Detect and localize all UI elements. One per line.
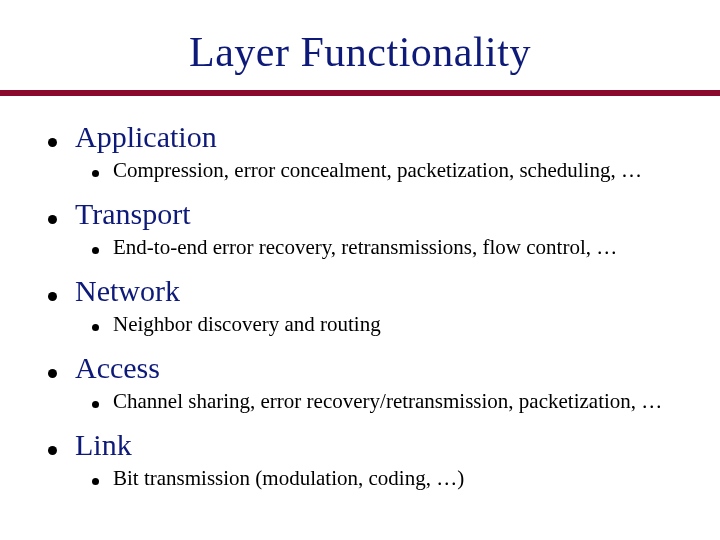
layer-desc: Neighbor discovery and routing bbox=[113, 312, 381, 337]
bullet-icon bbox=[48, 138, 57, 147]
layer-name: Application bbox=[75, 120, 217, 154]
bullet-icon bbox=[48, 369, 57, 378]
title-rule bbox=[0, 90, 720, 96]
bullet-icon bbox=[92, 401, 99, 408]
layer-desc: End-to-end error recovery, retransmissio… bbox=[113, 235, 617, 260]
bullet-icon bbox=[92, 324, 99, 331]
layer-desc: Compression, error concealment, packetiz… bbox=[113, 158, 642, 183]
list-subitem: Bit transmission (modulation, coding, …) bbox=[92, 466, 680, 491]
list-subitem: Neighbor discovery and routing bbox=[92, 312, 680, 337]
layer-name: Access bbox=[75, 351, 160, 385]
list-item: Network bbox=[48, 274, 680, 308]
layer-name: Link bbox=[75, 428, 132, 462]
list-subitem: Channel sharing, error recovery/retransm… bbox=[92, 389, 680, 414]
layer-name: Network bbox=[75, 274, 180, 308]
bullet-icon bbox=[48, 446, 57, 455]
layer-desc: Channel sharing, error recovery/retransm… bbox=[113, 389, 662, 414]
list-subitem: Compression, error concealment, packetiz… bbox=[92, 158, 680, 183]
bullet-icon bbox=[48, 215, 57, 224]
slide-title: Layer Functionality bbox=[40, 28, 680, 76]
list-item: Transport bbox=[48, 197, 680, 231]
list-item: Application bbox=[48, 120, 680, 154]
slide: Layer Functionality Application Compress… bbox=[0, 0, 720, 540]
list-subitem: End-to-end error recovery, retransmissio… bbox=[92, 235, 680, 260]
content-list: Application Compression, error concealme… bbox=[40, 120, 680, 491]
layer-name: Transport bbox=[75, 197, 191, 231]
bullet-icon bbox=[92, 478, 99, 485]
list-item: Access bbox=[48, 351, 680, 385]
list-item: Link bbox=[48, 428, 680, 462]
bullet-icon bbox=[92, 170, 99, 177]
bullet-icon bbox=[48, 292, 57, 301]
layer-desc: Bit transmission (modulation, coding, …) bbox=[113, 466, 464, 491]
bullet-icon bbox=[92, 247, 99, 254]
